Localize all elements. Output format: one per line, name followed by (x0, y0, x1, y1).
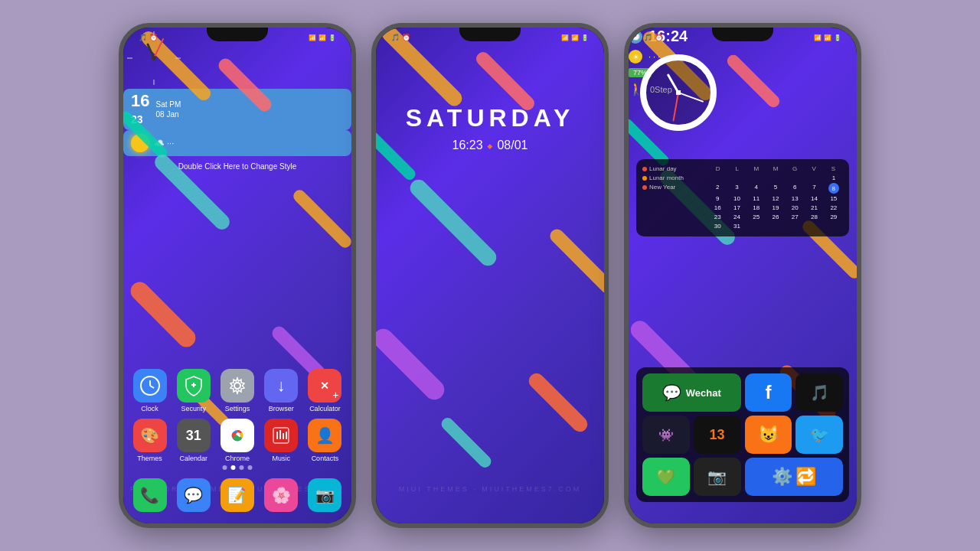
day-label: SATURDAY (376, 104, 604, 132)
app-music[interactable]: Music (263, 419, 300, 462)
phone-icon: 📞 (133, 478, 167, 512)
contacts-label: Contacts (312, 455, 339, 462)
calendar-label: Calendar (180, 455, 208, 462)
cal-header: DLMMGVS (708, 165, 843, 172)
time-date: 16:23 ⬥ 08/01 (376, 139, 604, 152)
dock-messages[interactable]: 💬 (175, 478, 212, 512)
dock-phone[interactable]: 📞 (131, 478, 168, 512)
svg-line-9 (150, 386, 154, 388)
security-label: Security (181, 405, 207, 412)
notes-icon: 📝 (220, 478, 254, 512)
app-miui13[interactable]: 13 (694, 416, 741, 454)
calendar-grid: DLMMGVS 1 2345678 9101112131415 16171819… (708, 165, 843, 230)
status-right-1: 📶 📶 🔋 (309, 34, 336, 41)
app-orange[interactable]: 😺 (745, 416, 792, 454)
watermark-2: MIUI THEMES · MIUITHEMES7.COM (376, 485, 604, 493)
settings3-icon: ⚙️ (772, 467, 792, 487)
notch-2 (459, 28, 521, 41)
phone-2: 🎵 ⏰ 📶📶🔋 SATURDAY 16:23 ⬥ 08/01 MIUI THEM… (371, 23, 609, 528)
telegram-icon: 🐦 (810, 425, 829, 444)
sun-icon (131, 134, 149, 152)
dot-2 (231, 465, 236, 470)
status-left-3: 🎵 ⏰ (644, 34, 663, 41)
svg-point-12 (234, 383, 240, 389)
app-whatsapp[interactable]: 💚 (642, 458, 690, 496)
time-separator: ⬥ (486, 139, 497, 152)
weather-text: ☁️ ··· (154, 139, 174, 148)
apps-grid-3: 💬 Wechat f 🎵 👾 13 (642, 373, 843, 496)
app-security[interactable]: Security (175, 369, 212, 412)
lunar-info: Lunar day Lunar month New Year (642, 165, 704, 230)
dot-3 (240, 465, 244, 470)
page-dots (223, 465, 253, 470)
app-miui[interactable]: 👾 (642, 416, 690, 454)
notch-3 (712, 28, 773, 41)
lunar-day: Lunar day (649, 165, 677, 172)
lunar-new-year: New Year (649, 184, 675, 191)
status-left-2: 🎵 ⏰ (391, 34, 410, 41)
phone-1: 🎵 ⏰ 📶 📶 🔋 (119, 23, 356, 528)
calendar-widget: Lunar day Lunar month New Year DLMMGVS 1… (636, 159, 849, 236)
app-calendar[interactable]: 31 Calendar (175, 419, 212, 462)
settings-icon (220, 369, 254, 403)
app-telegram[interactable]: 🐦 (795, 416, 843, 454)
app-clock[interactable]: Clock (131, 369, 168, 412)
second-hand (672, 93, 679, 122)
clock-center (676, 90, 681, 95)
security-icon (177, 369, 211, 403)
datetime-top: 16 23 Sat PM 08 Jan (123, 89, 351, 130)
analog-clock-widget (640, 54, 717, 131)
app-chrome[interactable]: Chrome (218, 419, 256, 462)
app-wechat[interactable]: 💬 Wechat (642, 373, 741, 412)
status-left-1: 🎵 ⏰ (139, 34, 158, 41)
toggle-icon: 🔁 (795, 467, 816, 487)
widget-area-1: 16 23 Sat PM 08 Jan ☁️ ··· Double Click … (123, 28, 351, 171)
wechat-icon: 💬 (662, 383, 681, 402)
calculator-label: Calculator (309, 405, 341, 412)
phone3-apps: 💬 Wechat f 🎵 👾 13 (636, 367, 849, 502)
calendar-icon: 31 (177, 419, 211, 452)
app-contacts[interactable]: 👤 Contacts (306, 419, 344, 462)
dt-time: 16 23 (131, 93, 149, 126)
dock-photos[interactable]: 🌸 (263, 478, 300, 512)
analog-ring (640, 54, 717, 131)
app-cam[interactable]: 📷 (694, 458, 741, 496)
dock-camera[interactable]: 📷 (306, 478, 344, 512)
app-settings-3[interactable]: ⚙️ 🔁 (745, 458, 844, 496)
app-facebook[interactable]: f (745, 373, 792, 412)
phone-3: 🎵 ⏰ 📶📶🔋 🕐 16:24 ☀ · · · (624, 23, 861, 528)
browser-icon: ↓ (264, 369, 298, 403)
time-display: 16:23 (452, 139, 483, 152)
messages-icon: 💬 (177, 478, 211, 512)
app-grid-1: Clock Security Settings ↓ B (131, 369, 344, 462)
whatsapp-icon: 💚 (656, 468, 675, 486)
app-settings[interactable]: Settings (218, 369, 256, 412)
app-tiktok[interactable]: 🎵 (795, 373, 843, 412)
notch-1 (207, 28, 268, 41)
music-label: Music (272, 455, 290, 462)
calculator-icon: ✕ + (308, 369, 341, 403)
settings-label: Settings (225, 405, 250, 412)
double-click-hint: Double Click Here to Change Style (123, 162, 351, 171)
phone-3-screen: 🎵 ⏰ 📶📶🔋 🕐 16:24 ☀ · · · (629, 28, 857, 523)
clock-mini-icon: 🕐 (629, 30, 642, 44)
minute-hand (678, 92, 704, 103)
datetime-widget: 16 23 Sat PM 08 Jan ☁️ ··· (123, 89, 351, 156)
dock-notes[interactable]: 📝 (218, 478, 256, 512)
dot-4 (248, 465, 253, 470)
app-calculator[interactable]: ✕ + Calculator (306, 369, 344, 412)
music-icon (264, 419, 298, 452)
clock-icon (133, 369, 167, 403)
lunar-month: Lunar month (649, 174, 684, 181)
status-right-2: 📶📶🔋 (561, 34, 589, 41)
cam-icon: 📷 (707, 468, 727, 486)
contacts-icon: 👤 (308, 419, 341, 452)
clock-label: Clock (141, 405, 158, 412)
bottom-dock: 📞 💬 📝 🌸 📷 (131, 478, 344, 512)
photos-icon: 🌸 (264, 478, 298, 512)
miui13-icon: 13 (710, 427, 725, 443)
tiktok-icon: 🎵 (810, 383, 829, 402)
app-browser[interactable]: ↓ Browser (263, 369, 300, 412)
app-themes[interactable]: 🎨 Themes (131, 419, 168, 462)
miui-icon: 👾 (658, 428, 674, 442)
